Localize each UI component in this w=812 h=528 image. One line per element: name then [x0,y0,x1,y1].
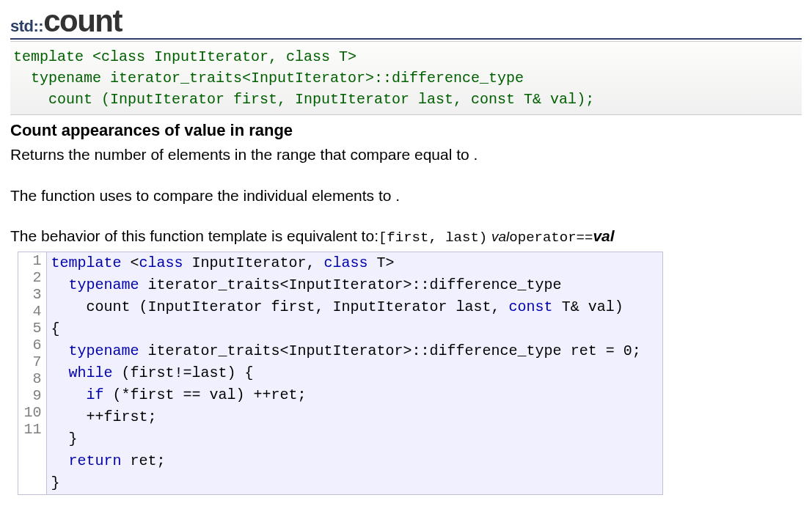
code-text: InputIterator, [183,254,324,271]
line-number: 9 [23,387,42,404]
behavior-text: The behavior of this function template i… [10,227,378,244]
code-text [51,364,69,381]
code-keyword: const [509,298,553,315]
code-text: } [51,474,60,491]
code-keyword: return [69,452,122,469]
line-number: 8 [23,370,42,387]
line-number: 6 [23,337,42,353]
code-text: < [122,254,139,271]
line-number: 10 [23,404,42,421]
page-title: std::count [10,6,802,40]
source-code: template <class InputIterator, class T> … [46,252,645,494]
code-text: (first!=last) { [113,364,254,381]
line-number-gutter: 1 2 3 4 5 6 7 8 9 10 11 [18,252,46,494]
code-text [51,342,69,359]
source-table: 1 2 3 4 5 6 7 8 9 10 11 template <class … [18,252,645,494]
fragment-val2: val [593,227,614,244]
code-text [51,386,87,403]
code-text [51,452,69,469]
description-p3: The behavior of this function template i… [10,224,802,249]
line-number: 3 [23,286,42,303]
code-keyword: if [87,386,104,403]
code-keyword: while [69,364,113,381]
source-code-block: 1 2 3 4 5 6 7 8 9 10 11 template <class … [18,252,663,495]
code-text [51,276,69,293]
code-text: count (InputIterator first, InputIterato… [51,298,509,315]
code-text: T& val) [553,298,623,315]
code-text: } [51,430,78,447]
code-text: ret; [122,452,166,469]
code-text: iterator_traits<InputIterator>::differen… [139,342,641,359]
code-keyword: class [324,254,368,271]
code-text: iterator_traits<InputIterator>::differen… [139,276,562,293]
line-number: 1 [23,252,42,269]
description-p2: The function uses to compare the individ… [10,184,802,208]
code-keyword: typename [69,276,139,293]
line-number: 2 [23,269,42,286]
code-text: ++first; [51,408,157,425]
line-number: 11 [23,421,42,438]
title-namespace: std:: [10,17,43,35]
fragment-operator: operator== [509,230,593,246]
code-keyword: class [139,254,183,271]
title-function: count [43,4,122,38]
section-heading: Count appearances of value in range [10,121,802,140]
line-number: 7 [23,353,42,370]
code-text: { [51,320,60,337]
fragment-val: val [491,229,509,244]
code-text: T> [368,254,395,271]
function-signature: template <class InputIterator, class T> … [10,41,802,115]
code-keyword: typename [69,342,139,359]
line-number: 5 [23,320,42,337]
code-keyword: template [51,254,122,271]
fragment-range: [first, last) [378,230,487,246]
line-number: 4 [23,303,42,320]
description-p1: Returns the number of elements in the ra… [10,143,802,166]
code-text: (*first == val) ++ret; [104,386,307,403]
